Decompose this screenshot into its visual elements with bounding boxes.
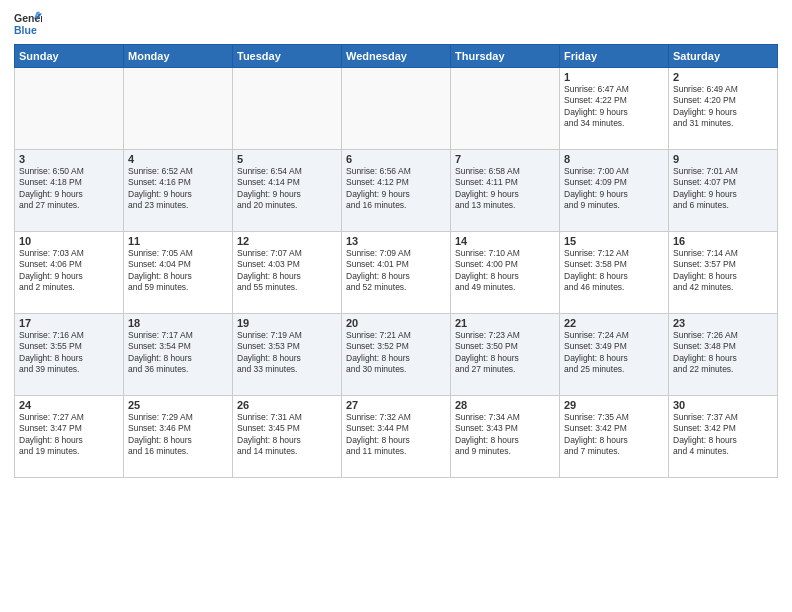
day-cell: 14Sunrise: 7:10 AM Sunset: 4:00 PM Dayli… bbox=[451, 232, 560, 314]
day-info: Sunrise: 7:17 AM Sunset: 3:54 PM Dayligh… bbox=[128, 330, 228, 376]
day-cell: 30Sunrise: 7:37 AM Sunset: 3:42 PM Dayli… bbox=[669, 396, 778, 478]
logo-icon: General Blue bbox=[14, 10, 42, 38]
day-cell: 17Sunrise: 7:16 AM Sunset: 3:55 PM Dayli… bbox=[15, 314, 124, 396]
day-info: Sunrise: 6:56 AM Sunset: 4:12 PM Dayligh… bbox=[346, 166, 446, 212]
day-cell: 4Sunrise: 6:52 AM Sunset: 4:16 PM Daylig… bbox=[124, 150, 233, 232]
day-number: 14 bbox=[455, 235, 555, 247]
day-cell: 2Sunrise: 6:49 AM Sunset: 4:20 PM Daylig… bbox=[669, 68, 778, 150]
day-number: 8 bbox=[564, 153, 664, 165]
day-number: 5 bbox=[237, 153, 337, 165]
day-number: 21 bbox=[455, 317, 555, 329]
day-number: 28 bbox=[455, 399, 555, 411]
day-info: Sunrise: 7:12 AM Sunset: 3:58 PM Dayligh… bbox=[564, 248, 664, 294]
col-header-wednesday: Wednesday bbox=[342, 45, 451, 68]
day-cell: 27Sunrise: 7:32 AM Sunset: 3:44 PM Dayli… bbox=[342, 396, 451, 478]
day-info: Sunrise: 7:14 AM Sunset: 3:57 PM Dayligh… bbox=[673, 248, 773, 294]
day-cell: 20Sunrise: 7:21 AM Sunset: 3:52 PM Dayli… bbox=[342, 314, 451, 396]
day-number: 23 bbox=[673, 317, 773, 329]
day-number: 6 bbox=[346, 153, 446, 165]
day-info: Sunrise: 7:32 AM Sunset: 3:44 PM Dayligh… bbox=[346, 412, 446, 458]
day-info: Sunrise: 7:23 AM Sunset: 3:50 PM Dayligh… bbox=[455, 330, 555, 376]
day-number: 20 bbox=[346, 317, 446, 329]
col-header-friday: Friday bbox=[560, 45, 669, 68]
day-number: 17 bbox=[19, 317, 119, 329]
page: General Blue SundayMondayTuesdayWednesda… bbox=[0, 0, 792, 612]
day-info: Sunrise: 7:29 AM Sunset: 3:46 PM Dayligh… bbox=[128, 412, 228, 458]
day-number: 12 bbox=[237, 235, 337, 247]
day-info: Sunrise: 7:35 AM Sunset: 3:42 PM Dayligh… bbox=[564, 412, 664, 458]
day-cell: 23Sunrise: 7:26 AM Sunset: 3:48 PM Dayli… bbox=[669, 314, 778, 396]
day-cell: 13Sunrise: 7:09 AM Sunset: 4:01 PM Dayli… bbox=[342, 232, 451, 314]
day-info: Sunrise: 7:00 AM Sunset: 4:09 PM Dayligh… bbox=[564, 166, 664, 212]
day-number: 11 bbox=[128, 235, 228, 247]
day-number: 10 bbox=[19, 235, 119, 247]
day-cell: 3Sunrise: 6:50 AM Sunset: 4:18 PM Daylig… bbox=[15, 150, 124, 232]
day-info: Sunrise: 7:10 AM Sunset: 4:00 PM Dayligh… bbox=[455, 248, 555, 294]
day-cell: 21Sunrise: 7:23 AM Sunset: 3:50 PM Dayli… bbox=[451, 314, 560, 396]
svg-text:Blue: Blue bbox=[14, 24, 37, 36]
day-info: Sunrise: 7:21 AM Sunset: 3:52 PM Dayligh… bbox=[346, 330, 446, 376]
day-cell bbox=[124, 68, 233, 150]
week-row-3: 17Sunrise: 7:16 AM Sunset: 3:55 PM Dayli… bbox=[15, 314, 778, 396]
day-cell: 12Sunrise: 7:07 AM Sunset: 4:03 PM Dayli… bbox=[233, 232, 342, 314]
day-cell bbox=[451, 68, 560, 150]
day-info: Sunrise: 7:26 AM Sunset: 3:48 PM Dayligh… bbox=[673, 330, 773, 376]
calendar-header-row: SundayMondayTuesdayWednesdayThursdayFrid… bbox=[15, 45, 778, 68]
day-cell: 29Sunrise: 7:35 AM Sunset: 3:42 PM Dayli… bbox=[560, 396, 669, 478]
day-number: 22 bbox=[564, 317, 664, 329]
day-number: 15 bbox=[564, 235, 664, 247]
day-cell: 24Sunrise: 7:27 AM Sunset: 3:47 PM Dayli… bbox=[15, 396, 124, 478]
day-info: Sunrise: 7:27 AM Sunset: 3:47 PM Dayligh… bbox=[19, 412, 119, 458]
day-number: 24 bbox=[19, 399, 119, 411]
day-number: 4 bbox=[128, 153, 228, 165]
day-number: 7 bbox=[455, 153, 555, 165]
header: General Blue bbox=[14, 10, 778, 38]
day-number: 16 bbox=[673, 235, 773, 247]
day-number: 27 bbox=[346, 399, 446, 411]
day-cell: 10Sunrise: 7:03 AM Sunset: 4:06 PM Dayli… bbox=[15, 232, 124, 314]
day-cell: 9Sunrise: 7:01 AM Sunset: 4:07 PM Daylig… bbox=[669, 150, 778, 232]
day-info: Sunrise: 7:19 AM Sunset: 3:53 PM Dayligh… bbox=[237, 330, 337, 376]
col-header-monday: Monday bbox=[124, 45, 233, 68]
day-cell: 18Sunrise: 7:17 AM Sunset: 3:54 PM Dayli… bbox=[124, 314, 233, 396]
day-number: 13 bbox=[346, 235, 446, 247]
day-number: 18 bbox=[128, 317, 228, 329]
day-number: 30 bbox=[673, 399, 773, 411]
day-cell: 7Sunrise: 6:58 AM Sunset: 4:11 PM Daylig… bbox=[451, 150, 560, 232]
col-header-tuesday: Tuesday bbox=[233, 45, 342, 68]
day-cell bbox=[15, 68, 124, 150]
week-row-1: 3Sunrise: 6:50 AM Sunset: 4:18 PM Daylig… bbox=[15, 150, 778, 232]
day-info: Sunrise: 6:47 AM Sunset: 4:22 PM Dayligh… bbox=[564, 84, 664, 130]
day-info: Sunrise: 7:03 AM Sunset: 4:06 PM Dayligh… bbox=[19, 248, 119, 294]
day-cell: 26Sunrise: 7:31 AM Sunset: 3:45 PM Dayli… bbox=[233, 396, 342, 478]
day-cell: 28Sunrise: 7:34 AM Sunset: 3:43 PM Dayli… bbox=[451, 396, 560, 478]
day-info: Sunrise: 6:50 AM Sunset: 4:18 PM Dayligh… bbox=[19, 166, 119, 212]
day-number: 25 bbox=[128, 399, 228, 411]
day-number: 2 bbox=[673, 71, 773, 83]
day-cell: 15Sunrise: 7:12 AM Sunset: 3:58 PM Dayli… bbox=[560, 232, 669, 314]
day-info: Sunrise: 7:01 AM Sunset: 4:07 PM Dayligh… bbox=[673, 166, 773, 212]
day-info: Sunrise: 6:52 AM Sunset: 4:16 PM Dayligh… bbox=[128, 166, 228, 212]
col-header-thursday: Thursday bbox=[451, 45, 560, 68]
day-cell: 22Sunrise: 7:24 AM Sunset: 3:49 PM Dayli… bbox=[560, 314, 669, 396]
day-cell: 1Sunrise: 6:47 AM Sunset: 4:22 PM Daylig… bbox=[560, 68, 669, 150]
col-header-sunday: Sunday bbox=[15, 45, 124, 68]
day-cell: 25Sunrise: 7:29 AM Sunset: 3:46 PM Dayli… bbox=[124, 396, 233, 478]
day-cell: 19Sunrise: 7:19 AM Sunset: 3:53 PM Dayli… bbox=[233, 314, 342, 396]
day-number: 19 bbox=[237, 317, 337, 329]
day-cell: 5Sunrise: 6:54 AM Sunset: 4:14 PM Daylig… bbox=[233, 150, 342, 232]
day-info: Sunrise: 7:09 AM Sunset: 4:01 PM Dayligh… bbox=[346, 248, 446, 294]
day-info: Sunrise: 7:16 AM Sunset: 3:55 PM Dayligh… bbox=[19, 330, 119, 376]
day-info: Sunrise: 6:49 AM Sunset: 4:20 PM Dayligh… bbox=[673, 84, 773, 130]
day-number: 29 bbox=[564, 399, 664, 411]
day-cell: 8Sunrise: 7:00 AM Sunset: 4:09 PM Daylig… bbox=[560, 150, 669, 232]
day-info: Sunrise: 7:24 AM Sunset: 3:49 PM Dayligh… bbox=[564, 330, 664, 376]
day-info: Sunrise: 7:05 AM Sunset: 4:04 PM Dayligh… bbox=[128, 248, 228, 294]
day-info: Sunrise: 7:07 AM Sunset: 4:03 PM Dayligh… bbox=[237, 248, 337, 294]
day-info: Sunrise: 7:37 AM Sunset: 3:42 PM Dayligh… bbox=[673, 412, 773, 458]
day-number: 1 bbox=[564, 71, 664, 83]
day-info: Sunrise: 6:54 AM Sunset: 4:14 PM Dayligh… bbox=[237, 166, 337, 212]
day-cell: 16Sunrise: 7:14 AM Sunset: 3:57 PM Dayli… bbox=[669, 232, 778, 314]
day-info: Sunrise: 6:58 AM Sunset: 4:11 PM Dayligh… bbox=[455, 166, 555, 212]
week-row-2: 10Sunrise: 7:03 AM Sunset: 4:06 PM Dayli… bbox=[15, 232, 778, 314]
